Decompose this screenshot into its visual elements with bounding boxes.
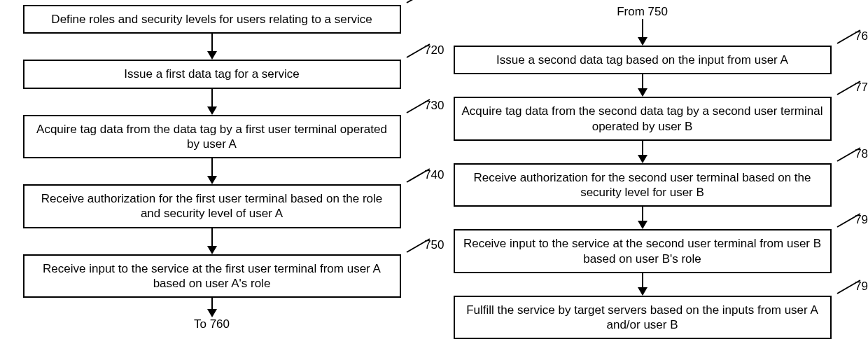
ref-number: 740 (424, 167, 444, 182)
flow-box-770: 770 Acquire tag data from the second dat… (454, 97, 832, 141)
arrow-down-icon (638, 19, 648, 46)
flow-box-720: 720 Issue a first data tag for a service (23, 60, 401, 88)
ref-number: 760 (855, 29, 868, 43)
flow-box-text: Issue a first data tag for a service (124, 67, 299, 81)
flow-box-780: 780 Receive authorization for the second… (454, 163, 832, 207)
flow-box-text: Receive authorization for the first user… (41, 192, 383, 220)
flow-box-text: Receive input to the service at the seco… (463, 237, 821, 265)
entry-label: From 750 (617, 5, 668, 19)
flow-box-text: Acquire tag data from the data tag by a … (36, 123, 387, 151)
arrow-down-icon (207, 228, 217, 254)
ref-number: 795 (855, 279, 868, 294)
arrow-down-icon (638, 273, 648, 296)
arrow-down-icon (638, 207, 648, 229)
flow-box-760: 760 Issue a second data tag based on the… (454, 46, 832, 74)
flow-box-790: 790 Receive input to the service at the … (454, 229, 832, 273)
arrow-down-icon (207, 158, 217, 184)
flow-box-710: 710 Define roles and security levels for… (23, 5, 401, 34)
flow-box-text: Define roles and security levels for use… (51, 13, 372, 26)
flowchart-page: 710 Define roles and security levels for… (0, 0, 868, 351)
ref-number: 730 (424, 98, 444, 113)
flow-box-740: 740 Receive authorization for the first … (23, 184, 401, 228)
ref-number: 770 (855, 80, 868, 95)
flow-box-text: Fulfill the service by target servers ba… (466, 303, 818, 331)
ref-number: 750 (424, 238, 444, 252)
flow-box-text: Issue a second data tag based on the inp… (496, 53, 788, 67)
flow-column-left: 710 Define roles and security levels for… (14, 5, 410, 339)
arrow-down-icon (207, 89, 217, 115)
ref-number: 710 (424, 0, 444, 3)
flow-box-text: Receive authorization for the second use… (474, 171, 811, 199)
ref-number: 780 (855, 146, 868, 161)
ref-number: 720 (424, 43, 444, 57)
arrow-down-icon (638, 74, 648, 97)
flow-box-text: Acquire tag data from the second data ta… (462, 104, 823, 132)
flow-column-right: From 750 760 Issue a second data tag bas… (444, 5, 840, 339)
flow-box-795: 795 Fulfill the service by target server… (454, 296, 832, 340)
arrow-down-icon (207, 34, 217, 60)
arrow-down-icon (638, 141, 648, 163)
flowchart-columns: 710 Define roles and security levels for… (0, 0, 868, 339)
flow-box-text: Receive input to the service at the firs… (43, 262, 381, 290)
flow-box-730: 730 Acquire tag data from the data tag b… (23, 115, 401, 159)
flow-box-750: 750 Receive input to the service at the … (23, 254, 401, 298)
ref-number: 790 (855, 212, 868, 227)
arrow-down-icon (207, 298, 217, 317)
exit-label: To 760 (194, 317, 230, 331)
